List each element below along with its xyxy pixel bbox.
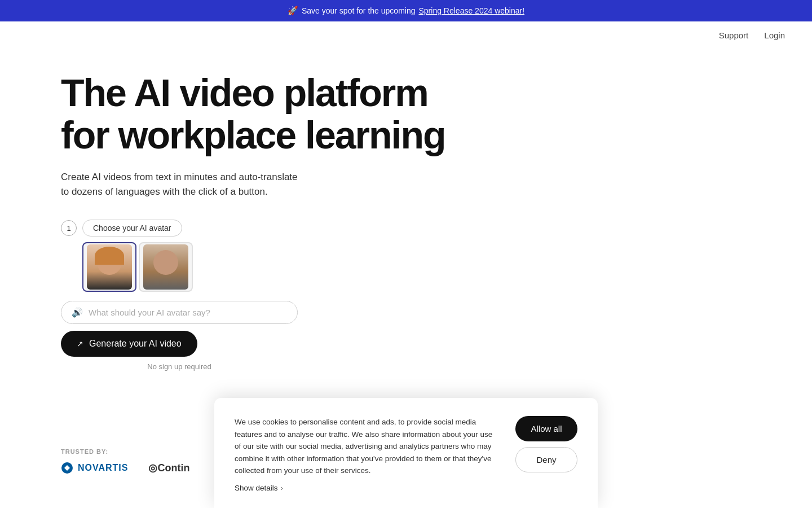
show-details-button[interactable]: Show details › <box>235 484 283 492</box>
allow-all-button[interactable]: Allow all <box>515 416 577 441</box>
announcement-banner: 🚀 Save your spot for the upcoming Spring… <box>0 0 812 21</box>
rocket-icon: 🚀 <box>288 6 298 16</box>
speaker-icon: 🔊 <box>72 307 83 318</box>
no-signup-text: No sign up required <box>61 362 298 371</box>
hero-section: The AI video platform for workplace lear… <box>0 49 812 393</box>
chevron-right-icon: › <box>281 484 283 492</box>
generate-button-label: Generate your AI video <box>89 339 182 349</box>
cookie-banner: We use cookies to personalise content an… <box>214 398 598 508</box>
step-number: 1 <box>61 220 77 236</box>
cookie-text-area: We use cookies to personalise content an… <box>235 416 493 492</box>
hero-subtext: Create AI videos from text in minutes an… <box>61 170 303 200</box>
top-nav: Support Login <box>0 21 812 49</box>
avatar-selection <box>82 242 298 292</box>
cookie-buttons: Allow all Deny <box>515 416 577 472</box>
external-link-icon: ↗ <box>77 339 83 348</box>
avatar-text-input-row[interactable]: 🔊 What should your AI avatar say? <box>61 301 298 324</box>
banner-link[interactable]: Spring Release 2024 webinar! <box>418 6 524 15</box>
avatar-widget: 1 Choose your AI avatar 🔊 What should yo… <box>61 220 298 371</box>
avatar-female-box[interactable] <box>82 242 136 292</box>
support-link[interactable]: Support <box>719 30 749 40</box>
show-details-label: Show details <box>235 484 278 492</box>
avatar-male-box[interactable] <box>139 242 193 292</box>
login-link[interactable]: Login <box>764 30 785 40</box>
step-label-row: 1 Choose your AI avatar <box>61 220 298 237</box>
deny-button[interactable]: Deny <box>515 447 577 472</box>
avatar-male <box>143 244 188 290</box>
step-text: Choose your AI avatar <box>82 220 182 237</box>
hero-headline: The AI video platform for workplace lear… <box>61 72 456 156</box>
cookie-overlay: We use cookies to personalise content an… <box>0 398 812 508</box>
banner-text: Save your spot for the upcoming <box>302 6 416 15</box>
avatar-female <box>87 244 132 290</box>
generate-button[interactable]: ↗ Generate your AI video <box>61 331 197 357</box>
cookie-body-text: We use cookies to personalise content an… <box>235 416 493 477</box>
avatar-text-placeholder: What should your AI avatar say? <box>89 308 210 317</box>
